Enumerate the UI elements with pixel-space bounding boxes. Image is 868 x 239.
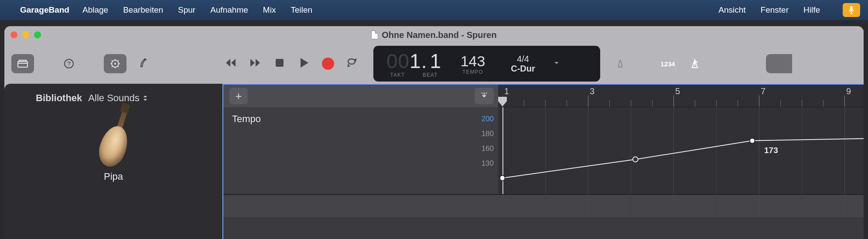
- ruler-bar-9: 9: [846, 86, 851, 96]
- tempo-label: TEMPO: [447, 69, 499, 75]
- svg-text:?: ?: [67, 60, 71, 67]
- menu-ansicht[interactable]: Ansicht: [718, 5, 745, 15]
- svg-rect-0: [850, 6, 853, 11]
- menu-ablage[interactable]: Ablage: [82, 5, 108, 15]
- tempo-value[interactable]: 143: [447, 53, 499, 70]
- transport-controls: [224, 56, 359, 71]
- app-name[interactable]: GarageBand: [20, 5, 69, 15]
- svg-point-6: [145, 59, 147, 61]
- tuner-button[interactable]: [609, 54, 632, 73]
- ruler-bar-3: 3: [590, 86, 595, 96]
- ruler-bar-7: 7: [761, 86, 765, 96]
- instrument-preview[interactable]: Pipa: [4, 108, 222, 182]
- document-icon: [371, 31, 378, 39]
- add-track-button[interactable]: +: [229, 88, 248, 104]
- rewind-button[interactable]: [224, 56, 237, 71]
- play-button[interactable]: [297, 56, 311, 71]
- traffic-lights: [10, 31, 41, 38]
- menu-hilfe[interactable]: Hilfe: [803, 5, 820, 15]
- tempo-track-header[interactable]: Tempo 200 180 160 130: [223, 107, 498, 195]
- beat-label: BEAT: [423, 72, 437, 78]
- sounds-filter-select[interactable]: Alle Sounds: [88, 92, 148, 104]
- mac-menubar: GarageBand Ablage Bearbeiten Spur Aufnah…: [0, 0, 868, 20]
- main-area: Bibliothek Alle Sounds Pipa +: [4, 84, 864, 239]
- tempo-curve: [498, 107, 864, 194]
- track-lane-empty: [498, 195, 864, 217]
- project-window: Ohne Namen.band - Spuren ?: [4, 26, 864, 239]
- tempo-point-value: 173: [764, 146, 778, 155]
- svg-rect-1: [18, 61, 27, 67]
- time-signature[interactable]: 4/4: [499, 54, 547, 64]
- tempo-point[interactable]: [633, 157, 638, 162]
- tempo-scale-130: 130: [482, 156, 494, 171]
- playhead-icon[interactable]: [498, 97, 508, 106]
- stop-button[interactable]: [273, 56, 286, 71]
- quick-help-button[interactable]: ?: [58, 54, 80, 73]
- metronome-button[interactable]: [683, 54, 707, 73]
- svg-rect-7: [276, 59, 284, 67]
- ruler-bar-5: 5: [675, 86, 680, 96]
- instrument-image: [87, 108, 140, 169]
- bar-label: TAKT: [390, 72, 405, 78]
- menu-bearbeiten[interactable]: Bearbeiten: [123, 5, 163, 15]
- catch-playhead-button[interactable]: [475, 88, 494, 104]
- svg-point-5: [114, 63, 116, 65]
- menu-fenster[interactable]: Fenster: [761, 5, 789, 15]
- menu-teilen[interactable]: Teilen: [290, 5, 312, 15]
- minimize-window-button[interactable]: [22, 31, 29, 38]
- menu-mix[interactable]: Mix: [263, 5, 276, 15]
- tempo-scale-180: 180: [482, 126, 494, 141]
- menu-spur[interactable]: Spur: [178, 5, 195, 15]
- key-signature[interactable]: C-Dur: [499, 64, 547, 73]
- master-volume-button[interactable]: [766, 54, 792, 73]
- tempo-point-selected[interactable]: [750, 138, 755, 143]
- tracks-area: + 1 3 5 7 9: [222, 84, 864, 239]
- window-title: Ohne Namen.band - Spuren: [382, 30, 496, 40]
- track-header-empty: [223, 195, 498, 217]
- library-heading: Bibliothek: [36, 92, 82, 104]
- bar-dim: 00: [386, 50, 410, 72]
- cycle-button[interactable]: [345, 56, 359, 71]
- zoom-window-button[interactable]: [34, 31, 41, 38]
- lcd-mode-chevron-icon[interactable]: [553, 59, 560, 68]
- ruler-bar-1: 1: [504, 86, 509, 96]
- window-titlebar: Ohne Namen.band - Spuren: [4, 26, 864, 44]
- count-in-button[interactable]: 1234: [656, 54, 680, 73]
- record-button[interactable]: [322, 58, 334, 70]
- track-header-bar: +: [223, 85, 498, 107]
- menu-aufnahme[interactable]: Aufnahme: [210, 5, 248, 15]
- bar-ruler[interactable]: 1 3 5 7 9: [498, 85, 864, 107]
- tempo-automation-lane[interactable]: 173: [498, 107, 864, 195]
- tempo-track: Tempo 200 180 160 130: [223, 107, 864, 195]
- close-window-button[interactable]: [10, 31, 17, 38]
- sounds-filter-label: Alle Sounds: [88, 92, 139, 104]
- beat-value[interactable]: 1: [430, 50, 441, 72]
- tempo-scale-200: 200: [482, 112, 494, 126]
- tempo-point[interactable]: [500, 175, 505, 181]
- control-bar: ? 001.1 TAKT BEAT: [4, 44, 864, 84]
- smart-controls-button[interactable]: [104, 54, 126, 73]
- tempo-scale-160: 160: [482, 141, 494, 156]
- tempo-scale: 200 180 160 130: [482, 112, 494, 171]
- mic-status-icon[interactable]: [843, 3, 860, 17]
- tempo-track-name: Tempo: [232, 113, 261, 124]
- forward-button[interactable]: [249, 56, 262, 71]
- library-toggle-button[interactable]: [11, 54, 34, 73]
- library-sidebar: Bibliothek Alle Sounds Pipa: [4, 84, 222, 239]
- editors-button[interactable]: [132, 54, 154, 73]
- instrument-name: Pipa: [4, 171, 222, 182]
- lcd-display[interactable]: 001.1 TAKT BEAT 143 TEMPO 4/4 C-Dur: [373, 46, 600, 82]
- bar-value[interactable]: 1: [410, 50, 421, 72]
- count-in-label: 1234: [660, 60, 675, 68]
